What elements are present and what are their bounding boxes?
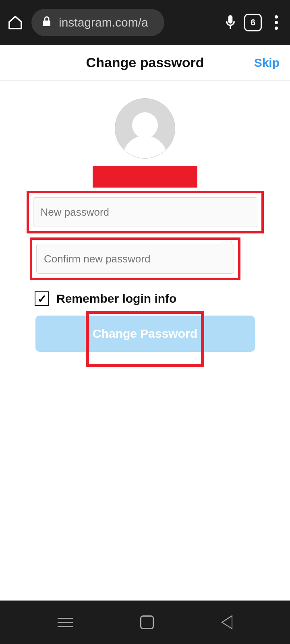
new-password-input[interactable] xyxy=(33,197,257,227)
redacted-username-block xyxy=(93,166,197,188)
remember-login-row[interactable]: ✓ Remember login info xyxy=(30,291,176,306)
tabs-button[interactable]: 6 xyxy=(244,14,262,31)
page-header: Change password Skip xyxy=(0,45,290,80)
svg-rect-1 xyxy=(228,15,233,24)
lock-icon xyxy=(42,16,52,30)
mic-icon[interactable] xyxy=(224,14,237,31)
confirm-password-input[interactable] xyxy=(36,244,234,274)
browser-chrome-bar: instagram.com/a 6 xyxy=(0,0,290,45)
tab-count: 6 xyxy=(251,17,255,28)
address-bar[interactable]: instagram.com/a xyxy=(31,9,164,36)
page-title: Change password xyxy=(86,55,204,70)
system-nav-bar xyxy=(0,601,290,644)
highlight-confirm-password xyxy=(30,237,240,280)
main-content: ✓ Remember login info Change Password xyxy=(0,80,290,352)
home-icon[interactable] xyxy=(6,14,24,31)
highlight-new-password xyxy=(27,191,264,233)
recent-apps-icon[interactable] xyxy=(58,618,73,627)
remember-checkbox[interactable]: ✓ xyxy=(35,291,49,306)
svg-rect-0 xyxy=(43,21,50,26)
change-password-button-label: Change Password xyxy=(93,327,197,341)
overflow-menu-icon[interactable] xyxy=(269,14,284,31)
url-text: instagram.com/a xyxy=(59,16,148,29)
back-nav-icon[interactable] xyxy=(221,615,232,630)
remember-label: Remember login info xyxy=(56,292,176,305)
change-password-button[interactable]: Change Password xyxy=(35,316,255,352)
avatar xyxy=(115,98,175,159)
skip-link[interactable]: Skip xyxy=(254,56,280,70)
home-nav-icon[interactable] xyxy=(140,615,154,629)
